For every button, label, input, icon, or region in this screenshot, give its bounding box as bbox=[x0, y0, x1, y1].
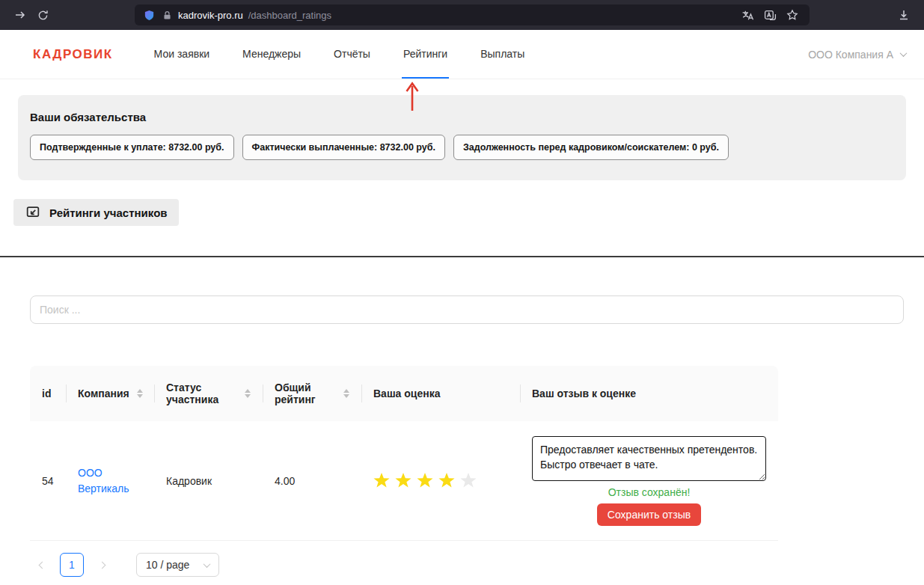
kadrovik-logo[interactable]: КАДРОВИК bbox=[33, 47, 113, 62]
app-header: КАДРОВИК Мои заявки Менеджеры Отчёты Рей… bbox=[0, 30, 924, 79]
column-label: Компания bbox=[78, 388, 129, 399]
bookmark-star-icon[interactable] bbox=[783, 4, 802, 25]
cell-review: Предоставляет качественных претендентов.… bbox=[520, 421, 778, 540]
column-header-review: Ваш отзыв к оценке bbox=[520, 366, 778, 421]
star-icon[interactable] bbox=[373, 473, 390, 488]
pagination-page-1[interactable]: 1 bbox=[60, 553, 84, 577]
status-value: Кадровик bbox=[166, 475, 251, 487]
star-icon[interactable] bbox=[417, 473, 433, 488]
review-textarea[interactable]: Предоставляет качественных претендентов.… bbox=[532, 436, 766, 481]
nav-tab-reports[interactable]: Отчёты bbox=[332, 30, 372, 79]
column-label: id bbox=[42, 388, 51, 399]
nav-tab-label: Отчёты bbox=[334, 48, 370, 60]
table-row: 54 ООО Вертикаль Кадровик 4.00 Предостав… bbox=[30, 421, 778, 541]
sort-carets-icon bbox=[343, 389, 349, 398]
star-rating-widget bbox=[373, 473, 508, 488]
company-selector[interactable]: ООО Компания А bbox=[808, 49, 906, 61]
column-label: Ваш отзыв к оценке bbox=[532, 388, 636, 399]
rating-value: 4.00 bbox=[275, 475, 349, 487]
search-container bbox=[30, 295, 904, 324]
save-review-button[interactable]: Сохранить отзыв bbox=[597, 503, 701, 526]
chevron-down-icon bbox=[900, 49, 908, 57]
nav-tab-my-requests[interactable]: Мои заявки bbox=[153, 30, 211, 79]
nav-tab-label: Рейтинги bbox=[403, 48, 447, 60]
column-label: Ваша оценка bbox=[373, 388, 440, 399]
url-path: /dashboard_ratings bbox=[248, 10, 331, 21]
lock-icon[interactable] bbox=[161, 4, 173, 25]
nav-tab-label: Менеджеры bbox=[242, 48, 301, 60]
sort-carets-icon bbox=[245, 389, 251, 398]
star-icon[interactable] bbox=[460, 473, 477, 488]
obligation-paid-pill: Фактически выплаченные: 8732.00 руб. bbox=[242, 135, 445, 160]
ratings-table: id Компания Статус участника Общий рейти… bbox=[30, 366, 778, 541]
cell-id: 54 bbox=[30, 421, 66, 540]
column-header-company[interactable]: Компания bbox=[66, 366, 154, 421]
pagination-next-button[interactable] bbox=[90, 553, 114, 577]
star-icon[interactable] bbox=[395, 473, 411, 488]
browser-toolbar: kadrovik-pro.ru/dashboard_ratings bbox=[0, 0, 924, 30]
chevron-down-icon bbox=[204, 560, 211, 568]
company-link[interactable]: ООО Вертикаль bbox=[78, 465, 142, 497]
nav-tab-managers[interactable]: Менеджеры bbox=[241, 30, 302, 79]
page-size-select[interactable]: 10 / page bbox=[136, 553, 219, 577]
cell-company: ООО Вертикаль bbox=[66, 421, 154, 540]
forward-icon[interactable] bbox=[9, 4, 31, 25]
reload-icon[interactable] bbox=[31, 4, 54, 25]
main-nav: Мои заявки Менеджеры Отчёты Рейтинги Вып… bbox=[153, 30, 557, 79]
table-header-row: id Компания Статус участника Общий рейти… bbox=[30, 366, 778, 421]
column-header-status[interactable]: Статус участника bbox=[154, 366, 263, 421]
obligations-panel: Ваши обязательства Подтвержденные к упла… bbox=[18, 95, 906, 180]
tracking-shield-icon[interactable] bbox=[142, 4, 156, 25]
page-size-value: 10 / page bbox=[146, 559, 189, 571]
url-domain: kadrovik-pro.ru bbox=[178, 10, 243, 21]
nav-tab-label: Выплаты bbox=[480, 48, 524, 60]
ratings-section-title: Рейтинги участников bbox=[49, 206, 168, 219]
row-id-value: 54 bbox=[42, 475, 54, 487]
column-header-rating[interactable]: Общий рейтинг bbox=[263, 366, 361, 421]
obligation-debt-pill: Задолженность перед кадровиком/соискател… bbox=[453, 135, 729, 160]
cell-rating: 4.00 bbox=[263, 421, 361, 540]
column-header-your-rating: Ваша оценка bbox=[361, 366, 520, 421]
chevron-right-icon bbox=[98, 561, 105, 569]
cell-status: Кадровик bbox=[154, 421, 263, 540]
company-selector-label: ООО Компания А bbox=[808, 49, 893, 61]
nav-tab-label: Мои заявки bbox=[154, 48, 209, 60]
translate-icon[interactable] bbox=[738, 4, 757, 25]
nav-tab-ratings[interactable]: Рейтинги bbox=[402, 30, 449, 79]
address-bar[interactable]: kadrovik-pro.ru/dashboard_ratings bbox=[135, 4, 810, 25]
star-icon[interactable] bbox=[438, 473, 455, 488]
column-header-id: id bbox=[30, 366, 66, 421]
cell-your-rating bbox=[361, 421, 520, 540]
column-label: Статус участника bbox=[166, 382, 224, 405]
select-area-icon bbox=[25, 204, 41, 221]
section-divider bbox=[0, 256, 924, 257]
downloads-icon[interactable] bbox=[893, 4, 915, 25]
nav-tab-payouts[interactable]: Выплаты bbox=[479, 30, 526, 79]
translations-panel-icon[interactable] bbox=[760, 4, 780, 25]
pagination: 1 10 / page bbox=[30, 553, 924, 577]
sort-carets-icon bbox=[137, 389, 143, 398]
column-label: Общий рейтинг bbox=[275, 382, 321, 405]
search-input[interactable] bbox=[30, 295, 904, 324]
pagination-prev-button[interactable] bbox=[30, 553, 54, 577]
review-saved-note: Отзыв сохранён! bbox=[608, 486, 691, 498]
obligations-pill-row: Подтвержденные к уплате: 8732.00 руб. Фа… bbox=[30, 135, 894, 160]
ratings-section-header: Рейтинги участников bbox=[13, 199, 179, 226]
chevron-left-icon bbox=[38, 561, 46, 569]
obligations-title: Ваши обязательства bbox=[30, 111, 894, 123]
obligation-confirmed-pill: Подтвержденные к уплате: 8732.00 руб. bbox=[30, 135, 234, 160]
